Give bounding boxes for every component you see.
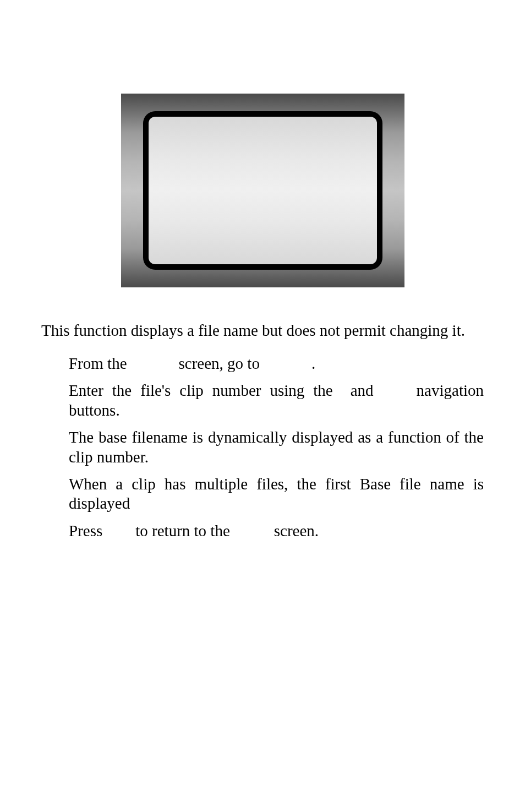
step-1-part-a: From the — [69, 355, 127, 372]
step-2-part-b: and — [351, 382, 374, 399]
device-screen — [149, 117, 377, 264]
step-3: The base filename is dynamically display… — [69, 428, 484, 467]
step-1-part-b: screen, go to — [179, 355, 260, 372]
step-4: When a clip has multiple files, the firs… — [69, 475, 484, 514]
step-2: Enter the file's clip number using thean… — [69, 381, 484, 420]
step-5-part-c: screen. — [274, 522, 319, 539]
step-2-part-a: Enter the file's clip number using the — [69, 382, 333, 399]
device-bezel — [143, 111, 382, 270]
step-5: Pressto return to thescreen. — [69, 521, 484, 541]
step-1: From thescreen, go to. — [69, 354, 484, 373]
intro-text: This function displays a file name but d… — [41, 320, 484, 341]
device-frame — [121, 94, 404, 287]
step-5-part-b: to return to the — [135, 522, 230, 539]
step-1-part-c: . — [311, 355, 315, 372]
step-5-part-a: Press — [69, 522, 102, 539]
